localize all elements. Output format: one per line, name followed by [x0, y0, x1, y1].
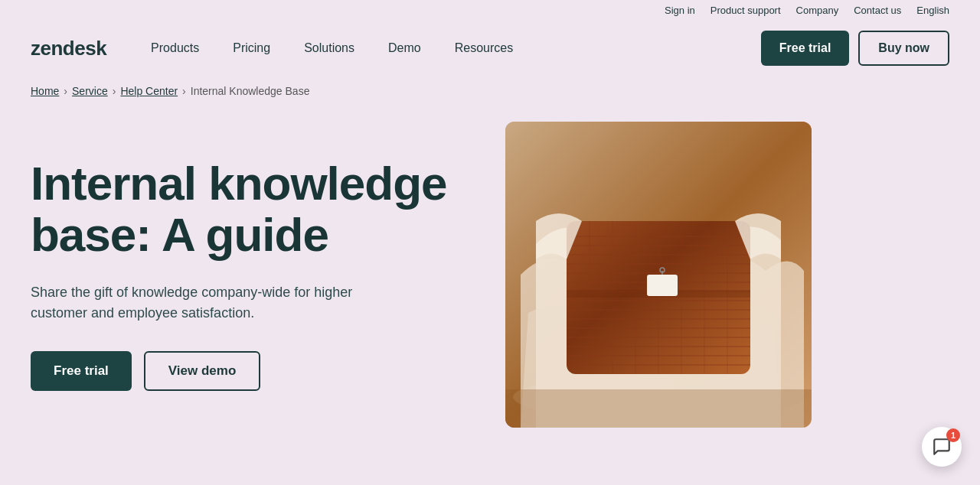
hero-image: [505, 122, 812, 428]
chat-badge: 1: [946, 428, 960, 442]
breadcrumb-help-center[interactable]: Help Center: [120, 85, 178, 97]
chat-widget[interactable]: 1: [922, 427, 962, 467]
hero-title: Internal knowledge base: A guide: [31, 158, 475, 261]
main-nav: zendesk Products Pricing Solutions Demo …: [0, 21, 980, 76]
nav-free-trial-button[interactable]: Free trial: [761, 31, 850, 66]
language-selector[interactable]: English: [916, 5, 949, 16]
svg-rect-26: [647, 275, 678, 296]
product-support-link[interactable]: Product support: [710, 5, 781, 16]
breadcrumb-current: Internal Knowledge Base: [191, 85, 310, 97]
breadcrumb-service[interactable]: Service: [72, 85, 108, 97]
svg-rect-29: [505, 389, 812, 428]
utility-bar: Sign in Product support Company Contact …: [0, 0, 980, 21]
breadcrumb-sep-2: ›: [113, 85, 116, 97]
hero-content: Internal knowledge base: A guide Share t…: [31, 158, 475, 391]
breadcrumb-home[interactable]: Home: [31, 85, 59, 97]
hero-free-trial-button[interactable]: Free trial: [31, 351, 132, 391]
hero-buttons: Free trial View demo: [31, 351, 475, 391]
company-link[interactable]: Company: [796, 5, 839, 16]
nav-actions: Free trial Buy now: [761, 31, 949, 66]
breadcrumb-sep-1: ›: [64, 85, 67, 97]
breadcrumb-sep-3: ›: [182, 85, 186, 97]
nav-products[interactable]: Products: [137, 35, 213, 61]
nav-resources[interactable]: Resources: [441, 35, 527, 61]
nav-pricing[interactable]: Pricing: [219, 35, 284, 61]
hero-section: Internal knowledge base: A guide Share t…: [0, 106, 980, 458]
nav-buy-now-button[interactable]: Buy now: [858, 31, 949, 66]
hero-view-demo-button[interactable]: View demo: [144, 351, 261, 391]
nav-links: Products Pricing Solutions Demo Resource…: [137, 35, 761, 61]
hero-subtitle: Share the gift of knowledge company-wide…: [31, 282, 383, 324]
breadcrumb: Home › Service › Help Center › Internal …: [0, 76, 980, 106]
contact-us-link[interactable]: Contact us: [854, 5, 901, 16]
nav-demo[interactable]: Demo: [374, 35, 435, 61]
sign-in-link[interactable]: Sign in: [665, 5, 695, 16]
logo[interactable]: zendesk: [31, 37, 106, 60]
nav-solutions[interactable]: Solutions: [290, 35, 368, 61]
